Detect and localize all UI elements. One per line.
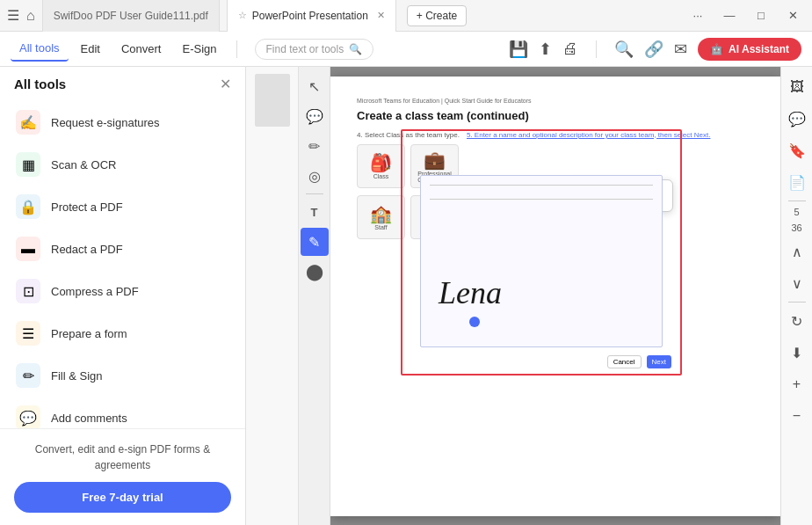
toolbar-icons: 💾 ⬆ 🖨 🔍 🔗 ✉ 🤖 AI Assistant (509, 38, 801, 61)
team-card-staff-icon: 🏫 (370, 203, 392, 224)
sidebar-item-label-request-esignatures: Request e-signatures (51, 116, 160, 129)
blue-dot (469, 317, 480, 327)
sidebar-item-compress-pdf[interactable]: ⊡ Compress a PDF (7, 270, 238, 312)
zoom-in-icon[interactable]: + (784, 371, 810, 397)
sidebar-item-label-redact-pdf: Redact a PDF (51, 243, 123, 256)
annotation-overlay: A A 🗑 ··· Lena Cancel Next (401, 129, 682, 376)
tool-column: ↖ 💬 ✏ ◎ T ✎ ⬤ (299, 67, 330, 525)
input-line-1 (430, 185, 653, 186)
pdf-heading: Create a class team (continued) (357, 109, 754, 122)
main-content: Microsoft Teams for Education | Quick St… (330, 67, 780, 525)
sidebar-item-redact-pdf[interactable]: ▬ Redact a PDF (7, 228, 238, 270)
menu-separator (236, 40, 237, 58)
menu-bar: All tools Edit Convert E-Sign Find text … (0, 32, 812, 67)
sidebar-item-label-fill-sign: Fill & Sign (51, 369, 103, 383)
tool-separator (306, 193, 323, 194)
tool-color[interactable]: ⬤ (301, 258, 329, 286)
print-icon[interactable]: 🖨 (562, 40, 578, 58)
sidebar-item-label-scan-ocr: Scan & OCR (51, 158, 116, 171)
team-card-class[interactable]: 🎒 Class (357, 144, 405, 188)
search-placeholder: Find text or tools (266, 43, 344, 55)
title-bar: ☰ ⌂ SwifDoo PDF User Guide111.pdf ☆ Powe… (0, 0, 812, 32)
team-card-class-label: Class (373, 173, 389, 179)
home-icon[interactable]: ⌂ (26, 8, 35, 24)
sidebar: All tools ✕ ✍ Request e-signatures ▦ Sca… (0, 67, 246, 525)
team-card-staff[interactable]: 🏫 Staff (357, 195, 405, 239)
tool-select[interactable]: ↖ (301, 72, 329, 100)
upload-icon[interactable]: ⬆ (539, 40, 552, 59)
page-down-icon[interactable]: ∨ (784, 270, 810, 296)
close-button[interactable]: ✕ (780, 7, 805, 25)
zoom-out-icon[interactable]: − (784, 403, 810, 429)
link-icon[interactable]: 🔗 (644, 40, 663, 59)
menu-all-tools[interactable]: All tools (11, 36, 69, 62)
fill-sign-icon: ✏ (16, 363, 40, 388)
sidebar-item-prepare-form[interactable]: ☰ Prepare a form (7, 312, 238, 354)
sidebar-item-label-prepare-form: Prepare a form (51, 327, 127, 340)
mail-icon[interactable]: ✉ (674, 40, 687, 59)
sidebar-footer: Convert, edit and e-sign PDF forms & agr… (0, 428, 245, 525)
right-page-icon[interactable]: 📄 (784, 169, 810, 195)
thumbnail-scroll[interactable] (255, 74, 290, 127)
annotation-action-buttons: Cancel Next (607, 355, 671, 368)
protect-pdf-icon: 🔒 (16, 194, 40, 219)
team-card-class-icon: 🎒 (370, 152, 392, 173)
tab-pdf[interactable]: SwifDoo PDF User Guide111.pdf (42, 0, 220, 32)
rotate-icon[interactable]: ↻ (784, 308, 810, 334)
sidebar-item-fill-sign[interactable]: ✏ Fill & Sign (7, 354, 238, 397)
right-bookmark-icon[interactable]: 🔖 (784, 137, 810, 164)
download-icon[interactable]: ⬇ (784, 339, 810, 366)
sidebar-items: ✍ Request e-signatures ▦ Scan & OCR 🔒 Pr… (0, 101, 245, 428)
redact-pdf-icon: ▬ (16, 237, 40, 261)
tab-pdf-label: SwifDoo PDF User Guide111.pdf (54, 10, 208, 22)
thumbnail-pane (246, 67, 299, 525)
right-separator (788, 201, 806, 201)
tool-signature[interactable]: ✎ (301, 228, 329, 256)
main-layout: All tools ✕ ✍ Request e-signatures ▦ Sca… (0, 67, 812, 525)
right-comment-icon[interactable]: 💬 (784, 106, 810, 132)
minimize-button[interactable]: — (717, 7, 742, 25)
annotation-input-area[interactable]: Lena (420, 175, 663, 347)
sidebar-item-add-comments[interactable]: 💬 Add comments (7, 397, 238, 428)
input-line-2 (430, 199, 653, 200)
tool-comment[interactable]: 💬 (301, 102, 329, 130)
tool-shape[interactable]: ◎ (301, 162, 329, 190)
maximize-button[interactable]: □ (749, 7, 773, 25)
sidebar-close-icon[interactable]: ✕ (220, 76, 231, 92)
tool-draw[interactable]: ✏ (301, 132, 329, 160)
cancel-button[interactable]: Cancel (607, 355, 642, 368)
tool-text[interactable]: T (301, 198, 329, 226)
menu-edit[interactable]: Edit (72, 37, 109, 61)
title-bar-right: ··· — □ ✕ (685, 7, 805, 25)
prepare-form-icon: ☰ (16, 321, 40, 346)
ai-label: AI Assistant (729, 43, 789, 55)
sidebar-item-scan-ocr[interactable]: ▦ Scan & OCR (7, 143, 238, 186)
page-up-icon[interactable]: ∧ (784, 238, 810, 265)
next-button[interactable]: Next (647, 355, 671, 368)
toolbar-separator (596, 40, 597, 58)
compress-pdf-icon: ⊡ (16, 279, 40, 303)
menu-convert[interactable]: Convert (112, 37, 170, 61)
right-thumbnail-icon[interactable]: 🖼 (784, 74, 810, 100)
sidebar-item-request-esignatures[interactable]: ✍ Request e-signatures (7, 101, 238, 143)
sidebar-item-protect-pdf[interactable]: 🔒 Protect a PDF (7, 186, 238, 228)
zoom-icon[interactable]: 🔍 (614, 40, 634, 59)
page-number-current: 5 (794, 207, 799, 217)
sidebar-header: All tools ✕ (0, 67, 245, 101)
free-trial-button[interactable]: Free 7-day trial (14, 482, 231, 513)
ai-icon: 🤖 (710, 43, 723, 55)
ai-assistant-button[interactable]: 🤖 AI Assistant (698, 38, 801, 61)
search-box[interactable]: Find text or tools 🔍 (255, 39, 374, 60)
more-button[interactable]: ··· (685, 7, 710, 25)
pdf-breadcrumb: Microsoft Teams for Education | Quick St… (357, 98, 754, 104)
tab-close-icon[interactable]: ✕ (377, 10, 385, 21)
tab-powerpoint-label: PowerPoint Presentation (252, 10, 368, 22)
save-icon[interactable]: 💾 (509, 40, 528, 59)
menu-esign[interactable]: E-Sign (173, 37, 225, 61)
lena-text: Lena (439, 274, 502, 311)
tab-powerpoint[interactable]: ☆ PowerPoint Presentation ✕ (227, 0, 396, 32)
request-esignatures-icon: ✍ (16, 110, 40, 135)
pdf-page: Microsoft Teams for Education | Quick St… (330, 77, 780, 516)
create-button[interactable]: + Create (407, 5, 467, 26)
hamburger-icon[interactable]: ☰ (7, 7, 19, 24)
